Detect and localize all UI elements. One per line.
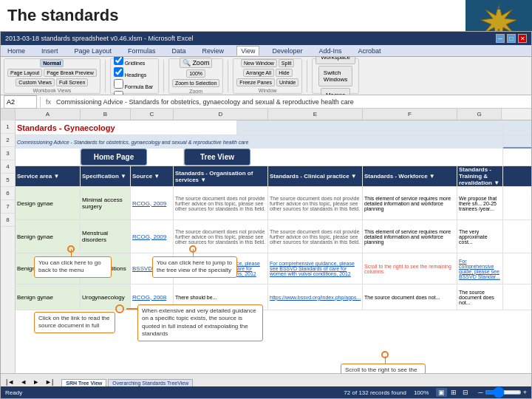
ribbon-tab-pagelayout[interactable]: Page Layout <box>71 47 116 55</box>
macros-btn[interactable]: Macros <box>321 88 350 96</box>
page-break-icon[interactable]: ⊟ <box>460 388 471 397</box>
annotation-link: Click on the link to read the source doc… <box>34 312 115 333</box>
row6-training: The very approximate cost... <box>457 220 503 253</box>
sheet-content: A B C D E F G Standards - Gynaecology Co… <box>16 109 531 373</box>
close-button[interactable]: ✕ <box>518 34 527 43</box>
split-btn[interactable]: Split <box>279 59 295 67</box>
ribbon-tab-addins[interactable]: Add-Ins <box>316 47 346 55</box>
page-title-area: The standards <box>0 0 140 31</box>
row8-workforce: The source document does not... <box>363 284 457 310</box>
ribbon-sep-4 <box>307 60 307 92</box>
annotation-homepage: You can click here to go back to the men… <box>34 256 112 278</box>
window-controls[interactable]: ─ □ ✕ <box>496 34 527 43</box>
switch-windows-btn[interactable]: SwitchWindows <box>318 66 352 86</box>
freeze-panes-btn[interactable]: Freeze Panes <box>236 78 275 86</box>
col-header-clinical: Standards - Clinical practice ▼ <box>268 166 363 186</box>
sheet-tab-srh[interactable]: SRH Tree View <box>61 379 106 386</box>
row-5: 5 <box>1 174 15 187</box>
excel-title-bar: 2013-03-18 standards spreadsheet v0.46.x… <box>1 32 531 45</box>
save-workspace-btn[interactable]: SaveWorkspace <box>316 57 355 64</box>
headings-checkbox[interactable] <box>114 67 123 77</box>
sheet-tab-overarching[interactable]: Overarching Standards TreeView <box>108 379 193 386</box>
ribbon-tab-insert[interactable]: Insert <box>38 47 62 55</box>
ribbon-tabs: Home Insert Page Layout Formulas Data Re… <box>1 45 531 57</box>
subheading-text: Commissioning Advice - Standards for obs… <box>16 135 503 149</box>
zoom-slider[interactable] <box>485 390 522 395</box>
row8-clinical[interactable]: https://www.bssvd.org/index.php/apps... <box>268 284 363 310</box>
col-header-c: C <box>131 109 174 120</box>
ribbon-tab-data[interactable]: Data <box>168 47 190 55</box>
annotation-treeview: You can click here to jump to the tree v… <box>152 256 237 278</box>
sheet-tab-bar: |◄ ◄ ► ►| SRH Tree View Overarching Stan… <box>1 373 531 386</box>
row5-source[interactable]: RCOG, 2009 <box>131 187 174 219</box>
row-numbers: 1 2 3 4 5 6 7 8 <box>1 109 16 373</box>
tab-nav-buttons[interactable]: |◄ ◄ ► ►| <box>4 378 55 386</box>
ribbon-tab-developer[interactable]: Developer <box>268 47 306 55</box>
page-break-preview-btn[interactable]: Page Break Preview <box>44 69 96 77</box>
bottom-area: |◄ ◄ ► ►| SRH Tree View Overarching Stan… <box>1 373 531 398</box>
tab-nav-next[interactable]: ► <box>30 378 41 386</box>
arrange-all-btn[interactable]: Arrange All <box>243 69 274 77</box>
ribbon-toolbar: Normal Page Layout Page Break Preview Cu… <box>1 57 531 95</box>
tree-view-button[interactable]: Tree View <box>184 149 250 166</box>
row-8: 8 <box>1 214 15 227</box>
page-layout-view-btn[interactable]: Page Layout <box>7 69 42 77</box>
row-2: 2 <box>1 134 15 147</box>
ribbon-tab-review[interactable]: Review <box>199 47 228 55</box>
row-3: 3 <box>1 147 15 160</box>
hide-btn[interactable]: Hide <box>276 69 292 77</box>
row5-org: The source document does not provide fur… <box>174 187 268 219</box>
gridlines-checkbox[interactable] <box>114 57 123 65</box>
zoom-slider-group[interactable]: ─ + <box>478 389 527 396</box>
custom-views-btn[interactable]: Custom Views <box>16 78 55 86</box>
zoom-minus[interactable]: ─ <box>478 389 482 396</box>
zoom-selection-btn[interactable]: Zoom to Selection <box>172 79 219 87</box>
page-layout-icon[interactable]: ⊞ <box>449 388 459 397</box>
new-window-btn[interactable]: New Window <box>241 59 277 67</box>
ribbon-tab-view[interactable]: View <box>236 46 259 55</box>
row5-service: Design gynae <box>16 187 81 219</box>
col-header-service-area: Service area ▼ <box>16 166 81 186</box>
ribbon-tab-home[interactable]: Home <box>4 47 29 55</box>
cell-reference[interactable] <box>4 95 37 109</box>
home-page-button[interactable]: Home Page <box>81 149 147 166</box>
normal-view-icon[interactable]: ▣ <box>436 388 447 397</box>
status-ready: Ready <box>5 389 22 396</box>
col-header-training: Standards - Training & revalidation ▼ <box>457 166 503 186</box>
row5-spec: Minimal access surgery <box>81 187 131 219</box>
data-row-5: Design gynae Minimal access surgery RCOG… <box>16 187 531 220</box>
row7-workforce: Scroll to the right to see the remaining… <box>363 253 457 284</box>
row-6: 6 <box>1 187 15 200</box>
row-4-headers: Service area ▼ Specification ▼ Source ▼ … <box>16 166 531 187</box>
row5-workforce: This element of service requires more de… <box>363 187 457 219</box>
row7-training[interactable]: For comprehensive guide, please see BSSV… <box>457 253 503 284</box>
ribbon-group-zoom: 🔍 Zoom 100% Zoom to Selection Zoom <box>168 58 223 94</box>
formula-bar: fx Commissioning Advice - Standards for … <box>1 95 531 109</box>
row7-clinical[interactable]: For comprehensive guidance, please see B… <box>268 253 363 284</box>
maximize-button[interactable]: □ <box>507 34 516 43</box>
view-mode-buttons[interactable]: ▣ ⊞ ⊟ <box>436 388 471 397</box>
zoom-level: 100% <box>414 389 429 396</box>
tab-nav-first[interactable]: |◄ <box>4 378 16 386</box>
zoom-plus[interactable]: + <box>523 389 527 396</box>
zoom-btn[interactable]: 🔍 Zoom <box>180 58 213 68</box>
col-header-a: A <box>16 109 81 120</box>
row-2-data: Commissioning Advice - Standards for obs… <box>16 135 531 149</box>
ribbon-tab-acrobat[interactable]: Acrobat <box>355 47 385 55</box>
unhide-btn[interactable]: Unhide <box>276 78 299 86</box>
ribbon-tab-formulas[interactable]: Formulas <box>124 47 160 55</box>
row6-source[interactable]: RCOG, 2009 <box>131 220 174 253</box>
tab-nav-prev[interactable]: ◄ <box>18 378 29 386</box>
col-header-e: E <box>268 109 363 120</box>
minimize-button[interactable]: ─ <box>496 34 505 43</box>
fullscreen-btn[interactable]: Full Screen <box>56 78 88 86</box>
normal-view-btn[interactable]: Normal <box>40 59 64 67</box>
row6-clinical: The source document does not provide fur… <box>268 220 363 253</box>
tab-nav-last[interactable]: ►| <box>43 378 55 386</box>
ribbon-group-views: Normal Page Layout Page Break Preview Cu… <box>4 58 100 94</box>
ribbon-sep-3 <box>228 60 228 92</box>
excel-window: 2013-03-18 standards spreadsheet v0.46.x… <box>0 31 532 399</box>
formula-bar-checkbox[interactable] <box>114 79 123 89</box>
row-1: 1 <box>1 120 15 134</box>
zoom-100-btn[interactable]: 100% <box>186 69 205 78</box>
